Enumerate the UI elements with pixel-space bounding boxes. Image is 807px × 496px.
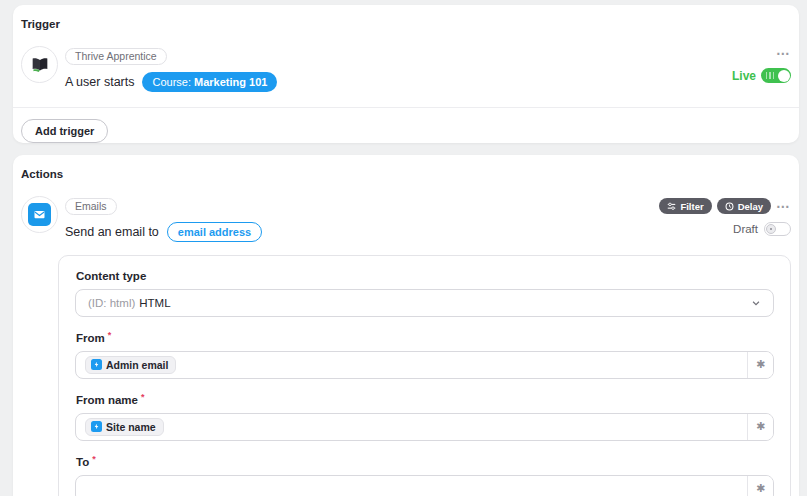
content-type-label: Content type (76, 270, 774, 282)
action-node: Emails Send an email to email address Fi… (21, 196, 791, 242)
from-label: From * (76, 332, 774, 344)
draft-toggle-knob (766, 224, 776, 234)
action-menu-ellipsis-icon[interactable]: ⋯ (776, 201, 791, 211)
emails-app-icon (21, 196, 58, 233)
trigger-menu-ellipsis-icon[interactable]: ⋯ (776, 48, 791, 58)
required-marker: * (92, 454, 96, 466)
to-label: To * (76, 456, 774, 468)
from-name-tag[interactable]: Site name (85, 418, 164, 436)
delay-button[interactable]: Delay (717, 198, 771, 214)
to-input-wrap (76, 476, 747, 496)
action-description: Send an email to (65, 225, 159, 239)
from-tag[interactable]: Admin email (85, 356, 176, 374)
from-input-group: Admin email ✱ (75, 351, 774, 379)
filter-button[interactable]: Filter (659, 198, 711, 214)
from-label-text: From (76, 332, 105, 344)
content-type-selected-name: HTML (139, 297, 170, 309)
to-input-group: ✱ (75, 475, 774, 496)
filter-icon (667, 202, 676, 211)
from-name-label: From name * (76, 394, 774, 406)
content-type-selected-id: (ID: html) (88, 297, 135, 309)
asterisk-icon: ✱ (756, 358, 765, 371)
trigger-description-row: A user starts Course: Marketing 101 (65, 72, 277, 92)
action-node-main: Emails Send an email to email address (65, 196, 262, 242)
trigger-description: A user starts (65, 75, 134, 89)
action-controls-row: Filter Delay ⋯ (659, 198, 791, 214)
delay-button-label: Delay (738, 201, 763, 212)
book-icon (30, 55, 50, 75)
asterisk-icon: ✱ (756, 420, 765, 433)
clock-icon (725, 202, 734, 211)
required-marker: * (141, 392, 145, 404)
action-app-badge: Emails (65, 198, 117, 215)
to-label-text: To (76, 456, 89, 468)
from-input[interactable]: Admin email (76, 352, 747, 378)
thrive-apprentice-app-icon (21, 46, 58, 83)
draft-status-row: Draft (733, 222, 791, 236)
from-name-tag-label: Site name (106, 421, 156, 433)
from-name-label-text: From name (76, 394, 138, 406)
dynamic-data-icon (91, 421, 102, 432)
trigger-section-title: Trigger (21, 18, 791, 30)
from-name-input[interactable]: Site name (76, 414, 747, 440)
to-dynamic-fields-button[interactable]: ✱ (747, 476, 773, 496)
add-trigger-button[interactable]: Add trigger (21, 119, 108, 143)
trigger-app-badge: Thrive Apprentice (65, 48, 167, 65)
from-dynamic-fields-button[interactable]: ✱ (747, 352, 773, 378)
to-input[interactable] (85, 476, 738, 496)
filter-button-label: Filter (680, 201, 703, 212)
live-label: Live (732, 69, 756, 83)
envelope-icon (28, 203, 51, 226)
email-settings-panel: Content type (ID: html) HTML From * Admi… (58, 255, 791, 496)
content-type-select[interactable]: (ID: html) HTML (75, 289, 774, 317)
trigger-card-divider (13, 107, 799, 108)
action-node-right: Filter Delay ⋯ Draft (659, 196, 791, 236)
actions-card: Actions Emails Send an email to email ad… (13, 155, 799, 496)
required-marker: * (108, 330, 112, 342)
from-name-input-group: Site name ✱ (75, 413, 774, 441)
dynamic-data-icon (91, 359, 102, 370)
live-toggle-knob (778, 70, 790, 82)
chevron-down-icon (751, 298, 761, 308)
actions-section-title: Actions (21, 168, 791, 180)
trigger-node-right: ⋯ Live (732, 46, 791, 83)
course-pill[interactable]: Course: Marketing 101 (142, 72, 277, 92)
from-tag-label: Admin email (106, 359, 168, 371)
live-toggle[interactable] (761, 68, 791, 83)
draft-label: Draft (733, 223, 758, 235)
trigger-card: Trigger Thrive Apprentice A user starts … (13, 5, 799, 143)
draft-toggle[interactable] (764, 222, 791, 236)
course-pill-prefix: Course: (152, 76, 191, 88)
course-pill-value: Marketing 101 (194, 76, 267, 88)
email-address-pill[interactable]: email address (167, 222, 262, 242)
action-description-row: Send an email to email address (65, 222, 262, 242)
trigger-node-main: Thrive Apprentice A user starts Course: … (65, 46, 277, 92)
trigger-node: Thrive Apprentice A user starts Course: … (21, 46, 791, 92)
from-name-dynamic-fields-button[interactable]: ✱ (747, 414, 773, 440)
live-status-row: Live (732, 68, 791, 83)
asterisk-icon: ✱ (756, 482, 765, 495)
content-type-label-text: Content type (76, 270, 146, 282)
